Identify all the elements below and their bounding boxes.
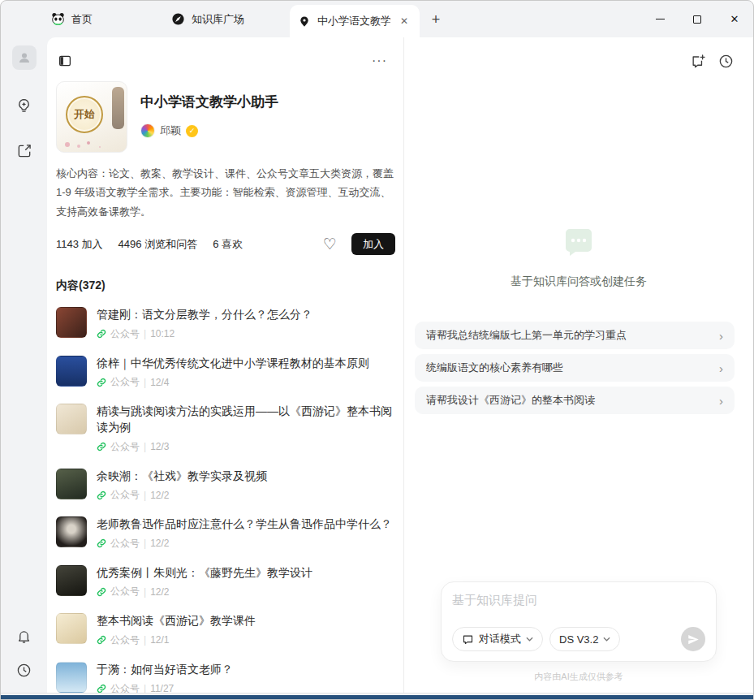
link-icon xyxy=(97,587,106,597)
author-avatar xyxy=(140,123,155,138)
article-thumbnail xyxy=(56,356,87,387)
tab-current-kb-label: 中小学语文教学 xyxy=(317,14,390,28)
chevron-right-icon: › xyxy=(719,361,723,375)
idea-bulb-icon xyxy=(15,97,32,115)
location-pin-icon xyxy=(298,15,311,28)
link-icon xyxy=(97,538,106,548)
article-thumbnail xyxy=(56,662,87,693)
window-bottom-edge xyxy=(1,693,753,699)
panda-logo-icon xyxy=(51,12,65,26)
chat-bubble-icon xyxy=(562,226,595,258)
ai-disclaimer: 内容由AI生成仅供参考 xyxy=(404,671,753,683)
link-icon xyxy=(97,329,106,339)
more-menu-button[interactable]: ··· xyxy=(368,55,390,67)
close-button[interactable]: ✕ xyxy=(716,1,753,37)
minimize-button[interactable] xyxy=(641,1,679,37)
left-rail xyxy=(1,37,47,693)
stat-members: 1143 加入 xyxy=(56,237,103,252)
article-row[interactable]: 管建刚：语文分层教学，分什么？怎么分？ 公众号|10:12 xyxy=(56,307,395,341)
join-button[interactable]: 加入 xyxy=(351,233,395,255)
person-icon xyxy=(17,50,32,65)
like-heart-icon[interactable]: ♡ xyxy=(318,235,342,253)
model-selector[interactable]: DS V3.2 xyxy=(549,627,620,651)
bell-icon xyxy=(16,629,32,644)
article-row[interactable]: 老师教鲁迅作品时应注意什么？学生从鲁迅作品中学什么？ 公众号|12/2 xyxy=(56,516,395,551)
article-row[interactable]: 精读与跳读阅读方法的实践运用——以《西游记》整本书阅读为例 公众号|12/3 xyxy=(56,404,395,453)
suggestion-item[interactable]: 统编版语文的核心素养有哪些 › xyxy=(415,354,735,382)
ask-input-card: 对话模式 DS V3.2 xyxy=(441,581,717,662)
edit-share-icon xyxy=(16,143,32,159)
article-thumbnail xyxy=(56,469,87,499)
tab-close-icon[interactable]: ✕ xyxy=(397,14,411,28)
tab-home-label: 首页 xyxy=(71,12,93,27)
link-icon xyxy=(97,635,106,645)
content-count-header: 内容(372) xyxy=(56,279,395,293)
caret-down-icon xyxy=(603,637,610,642)
maximize-icon xyxy=(693,15,701,24)
ask-input[interactable] xyxy=(452,593,705,607)
article-row[interactable]: 徐梓｜中华优秀传统文化进中小学课程教材的基本原则 公众号|12/4 xyxy=(56,356,395,390)
minimize-icon xyxy=(656,19,665,19)
history-button[interactable] xyxy=(15,660,34,680)
new-chat-button[interactable] xyxy=(691,54,706,69)
chat-mode-selector[interactable]: 对话模式 xyxy=(452,627,543,651)
article-row[interactable]: 优秀案例丨朱则光：《藤野先生》教学设计 公众号|12/2 xyxy=(56,565,395,599)
sidebar-toggle-icon xyxy=(58,54,72,68)
compose-button[interactable] xyxy=(15,141,34,161)
tab-current-kb[interactable]: 中小学语文教学 ✕ xyxy=(290,5,420,37)
article-list: 管建刚：语文分层教学，分什么？怎么分？ 公众号|10:12 徐梓｜中华优秀传统文… xyxy=(56,307,395,693)
caret-down-icon xyxy=(526,637,533,642)
suggestion-list: 请帮我总结统编版七上第一单元的学习重点 › 统编版语文的核心素养有哪些 › 请帮… xyxy=(404,322,753,419)
kb-stats-row: 1143 加入 4496 浏览和问答 6 喜欢 ♡ 加入 xyxy=(56,233,395,255)
cover-seal-badge: 开始 xyxy=(66,96,103,133)
kb-card: 开始 中小学语文教学小助手 邱颖 ✓ xyxy=(56,81,395,153)
collapse-panel-button[interactable] xyxy=(58,54,72,68)
article-row[interactable]: 于漪：如何当好语文老师？ 公众号|11/27 xyxy=(56,662,395,693)
cover-flowers xyxy=(65,142,70,147)
send-button[interactable] xyxy=(681,627,705,651)
discover-button[interactable] xyxy=(15,96,34,115)
maximize-button[interactable] xyxy=(679,1,716,37)
chat-history-button[interactable] xyxy=(718,54,734,69)
new-chat-icon xyxy=(691,54,706,69)
chevron-right-icon: › xyxy=(719,329,723,343)
link-icon xyxy=(97,442,106,452)
window-controls: ✕ xyxy=(641,1,753,37)
chat-panel: 基于知识库问答或创建任务 请帮我总结统编版七上第一单元的学习重点 › 统编版语文… xyxy=(404,37,753,693)
author-name: 邱颖 xyxy=(160,123,181,138)
article-thumbnail xyxy=(56,565,87,596)
article-thumbnail xyxy=(56,404,87,434)
dialog-mode-icon xyxy=(462,633,474,646)
tab-knowledge-plaza[interactable]: 知识库广场 xyxy=(171,1,244,37)
cover-painting-figure xyxy=(112,87,124,129)
kb-panel: ··· 开始 中小学语文教学小助手 邱颖 ✓ xyxy=(47,37,404,693)
titlebar: 首页 知识库广场 中小学语文教学 ✕ + xyxy=(1,1,753,37)
compass-icon xyxy=(171,12,185,26)
chat-empty-state: 基于知识库问答或创建任务 xyxy=(404,226,753,289)
new-tab-button[interactable]: + xyxy=(427,11,445,28)
verified-badge-icon: ✓ xyxy=(186,125,198,137)
tab-plaza-label: 知识库广场 xyxy=(192,12,244,27)
history-clock-icon xyxy=(718,54,734,69)
kb-cover-image: 开始 xyxy=(56,81,127,153)
notifications-button[interactable] xyxy=(15,626,34,646)
kb-author-row[interactable]: 邱颖 ✓ xyxy=(140,123,278,138)
link-icon xyxy=(97,378,106,387)
article-thumbnail xyxy=(56,613,87,644)
stat-likes: 6 喜欢 xyxy=(213,237,243,252)
user-avatar[interactable] xyxy=(12,45,37,70)
kb-description: 核心内容：论文、教案、教学设计、课件、公众号文章五大类资源，覆盖 1-9 年级语… xyxy=(56,164,395,221)
app-window: 首页 知识库广场 中小学语文教学 ✕ + xyxy=(0,0,754,700)
tab-home[interactable]: 首页 xyxy=(51,1,93,37)
link-icon xyxy=(97,490,106,500)
kb-title: 中小学语文教学小助手 xyxy=(140,93,278,111)
suggestion-item[interactable]: 请帮我设计《西游记》的整本书阅读 › xyxy=(415,387,735,414)
clock-icon xyxy=(16,663,32,678)
article-row[interactable]: 余映潮：《社戏》教学实录及视频 公众号|12/2 xyxy=(56,469,395,503)
stat-views: 4496 浏览和问答 xyxy=(118,237,198,252)
chat-empty-text: 基于知识库问答或创建任务 xyxy=(511,274,647,289)
link-icon xyxy=(97,684,106,693)
chevron-right-icon: › xyxy=(719,394,723,408)
article-row[interactable]: 整本书阅读《西游记》教学课件 公众号|12/1 xyxy=(56,613,395,647)
suggestion-item[interactable]: 请帮我总结统编版七上第一单元的学习重点 › xyxy=(415,322,735,349)
